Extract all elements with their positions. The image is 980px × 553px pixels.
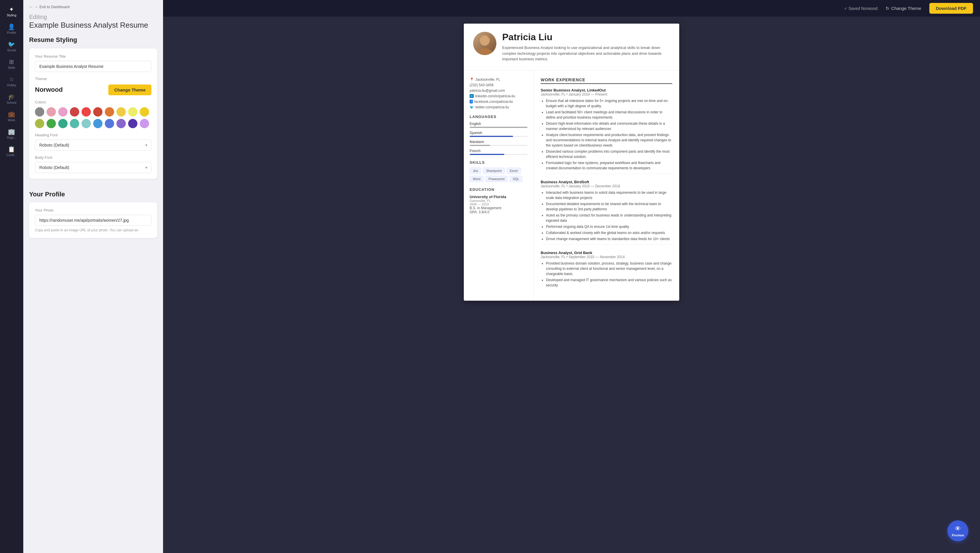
color-dot[interactable] <box>116 107 126 116</box>
resume-title-label: Your Resume Title <box>35 54 151 59</box>
resume-header: Patricia Liu Experienced Business Analys… <box>464 24 679 70</box>
sidebar-item-work[interactable]: 💼 Work <box>2 108 22 125</box>
sidebar-item-profile[interactable]: 👤 Profile <box>2 21 22 37</box>
job-title: Business Analyst, Grid Bank <box>541 250 672 255</box>
job-bullet: Analyze client business requirements and… <box>546 132 672 148</box>
job-bullet: Collaborated & worked closely with the g… <box>546 230 672 236</box>
color-dot[interactable] <box>105 107 114 116</box>
skill-tag: Sharepoint <box>483 167 505 174</box>
edu-school: University of Florida <box>469 194 528 199</box>
edu-degree: B.S. in Management <box>469 206 528 210</box>
language-bar-fill <box>469 136 513 137</box>
job-bullet: Provided business domain solution, proce… <box>546 261 672 276</box>
styling-section-header: Resume Styling <box>29 36 157 44</box>
color-dot[interactable] <box>35 119 44 128</box>
job-entry: Business Analyst, Grid Bank Jacksonville… <box>541 250 672 288</box>
color-dot[interactable] <box>93 119 102 128</box>
color-dot[interactable] <box>93 107 102 116</box>
theme-row: Norwood Change Theme <box>35 84 151 95</box>
saved-label: ✓ Saved Norwood <box>844 6 878 11</box>
job-bullet: Documented detailed requirements to be s… <box>546 201 672 212</box>
color-dot[interactable] <box>58 107 68 116</box>
job-meta: Jacksonville, FL • January 2019 — Presen… <box>541 92 672 96</box>
theme-name: Norwood <box>35 86 63 94</box>
sidebar-item-orgs[interactable]: 🏢 Orgs... <box>2 126 22 142</box>
resume-title-input[interactable] <box>35 61 151 72</box>
left-panel: ← ← Exit to Dashboard Editing Example Bu… <box>23 0 163 553</box>
work-section-title: WORK EXPERIENCE <box>541 78 672 84</box>
change-theme-top-button[interactable]: ↻ Change Theme <box>882 3 925 13</box>
body-font-select[interactable]: Roboto (Default) <box>35 162 151 173</box>
work-icon: 💼 <box>8 111 15 117</box>
editing-header: Editing Example Business Analyst Resume <box>23 14 163 36</box>
social-icon: 🐦 <box>8 41 15 47</box>
color-dot[interactable] <box>46 107 56 116</box>
color-dot[interactable] <box>140 119 149 128</box>
exit-dashboard-link[interactable]: ← ← Exit to Dashboard <box>23 0 163 14</box>
color-grid <box>35 107 151 128</box>
job-divider <box>541 244 672 245</box>
sidebar-item-hobby[interactable]: ☆ Hobby <box>2 73 22 90</box>
language-bar-fill <box>469 154 504 155</box>
photo-url-input[interactable] <box>35 215 151 226</box>
profile-section: Your Profile Your Photo Copy and paste i… <box>23 191 163 238</box>
job-meta: Jacksonville, FL • September 2010 — Nove… <box>541 255 672 259</box>
contact-location: 📍 Jacksonville, FL <box>469 78 528 81</box>
sidebar-item-styling[interactable]: ✦ Styling <box>2 3 22 20</box>
sidebar-item-social[interactable]: 🐦 Social <box>2 38 22 55</box>
sidebar-item-skills[interactable]: ⊞ Skills <box>2 56 22 72</box>
profile-section-title: Your Profile <box>29 191 157 198</box>
language-item: French <box>469 149 528 155</box>
skill-tag: Jira <box>469 167 481 174</box>
heading-font-select[interactable]: Roboto (Default) <box>35 140 151 151</box>
color-dot[interactable] <box>105 119 114 128</box>
editing-title: Example Business Analyst Resume <box>29 21 157 30</box>
skill-tag: Word <box>469 176 484 182</box>
resume-photo <box>473 32 496 55</box>
color-dot[interactable] <box>35 107 44 116</box>
job-bullet: Drove change management with teams to st… <box>546 236 672 242</box>
color-dot[interactable] <box>128 119 137 128</box>
resume-paper: Patricia Liu Experienced Business Analys… <box>464 24 679 301</box>
color-dot[interactable] <box>70 107 79 116</box>
color-dot[interactable] <box>116 119 126 128</box>
download-pdf-button[interactable]: Download PDF <box>929 3 973 14</box>
edu-dates: 2006 — 2019 <box>469 202 528 206</box>
refresh-icon: ↻ <box>886 6 889 11</box>
editing-label: Editing <box>29 14 157 21</box>
sidebar-item-certif[interactable]: 📋 Certif... <box>2 143 22 160</box>
language-name: French <box>469 149 528 153</box>
language-item: Spanish <box>469 131 528 137</box>
education-section-title: EDUCATION <box>469 187 528 192</box>
contact-email: patricia.liu@gmail.com <box>469 89 528 92</box>
color-dot[interactable] <box>81 119 91 128</box>
job-bullet: Dissected various complex problems into … <box>546 149 672 159</box>
certif-icon: 📋 <box>8 146 15 152</box>
body-font-select-wrapper: Roboto (Default) ▾ <box>35 162 151 173</box>
color-dot[interactable] <box>81 107 91 116</box>
body-font-field: Body Font Roboto (Default) ▾ <box>35 155 151 173</box>
resume-left-col: 📍 Jacksonville, FL (232) 543-3458 patric… <box>464 70 534 301</box>
contact-twitter: 🐦 twitter.com/patricia-liu <box>469 105 528 109</box>
skill-tag: Powerpoint <box>485 176 508 182</box>
language-bar-bg <box>469 127 528 128</box>
language-bar-bg <box>469 145 528 146</box>
resume-right-col: WORK EXPERIENCE Senior Business Analyst,… <box>534 70 679 301</box>
styling-icon: ✦ <box>9 6 14 12</box>
color-dot[interactable] <box>140 107 149 116</box>
preview-eye-icon: 👁 <box>955 525 961 532</box>
change-theme-button[interactable]: Change Theme <box>108 84 151 95</box>
resume-body: 📍 Jacksonville, FL (232) 543-3458 patric… <box>464 70 679 301</box>
styling-card: Your Resume Title Theme Norwood Change T… <box>29 48 157 179</box>
resume-name: Patricia Liu <box>502 32 670 43</box>
color-dot[interactable] <box>70 119 79 128</box>
color-dot[interactable] <box>58 119 68 128</box>
preview-fab[interactable]: 👁 Preview <box>947 520 968 541</box>
sidebar-item-school[interactable]: 🎓 School <box>2 91 22 107</box>
education-container: University of Florida Gainesville, FL 20… <box>469 194 528 214</box>
job-bullet: Developed and managed IT governance mech… <box>546 277 672 288</box>
language-name: Mandarin <box>469 140 528 144</box>
profile-icon: 👤 <box>8 24 15 30</box>
color-dot[interactable] <box>128 107 137 116</box>
color-dot[interactable] <box>46 119 56 128</box>
